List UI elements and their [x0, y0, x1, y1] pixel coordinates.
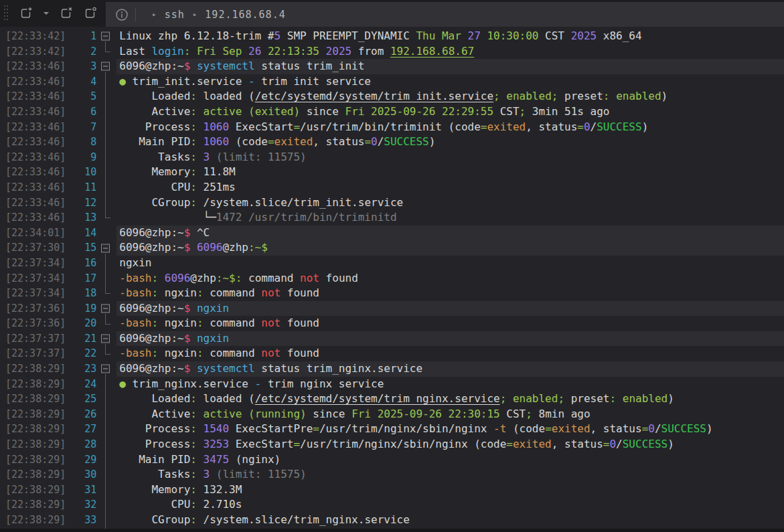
- timestamp: [22:37:34]: [0, 271, 66, 286]
- fold-marker: [96, 150, 116, 165]
- timestamp: [22:33:46]: [0, 135, 66, 150]
- line-number: 2: [66, 44, 96, 60]
- terminal-line-text: CGroup: /system.slice/trim_nginx.service: [116, 513, 784, 528]
- fold-marker: [96, 195, 116, 211]
- title-bar: ▸ ssh ▸ 192.168.68.4: [0, 0, 784, 27]
- timestamp: [22:33:46]: [0, 180, 66, 195]
- fold-marker: [96, 89, 116, 104]
- fold-marker: [96, 467, 116, 482]
- terminal-tab[interactable]: ▸ ssh ▸ 192.168.68.4: [106, 2, 784, 27]
- fold-toggle-icon[interactable]: [101, 244, 110, 252]
- fold-toggle-icon[interactable]: [101, 32, 110, 41]
- timestamp: [22:37:36]: [0, 301, 66, 317]
- timestamp: [22:33:46]: [0, 59, 66, 74]
- new-tab-icon: [19, 7, 33, 20]
- new-window-button[interactable]: [82, 5, 99, 21]
- line-number: 10: [66, 165, 96, 180]
- breadcrumb-arrow-icon: ▸: [152, 10, 157, 19]
- terminal-line: [22:37:36]196096@zhp:~$ ngxin: [0, 301, 784, 317]
- line-number: 17: [66, 271, 96, 286]
- terminal-line: [22:38:29]236096@zhp:~$ systemctl status…: [0, 361, 784, 377]
- fold-toggle-icon[interactable]: [101, 365, 110, 373]
- line-number: 12: [66, 195, 96, 211]
- new-window-icon: [83, 7, 98, 20]
- fold-toggle-icon[interactable]: [101, 304, 110, 313]
- terminal-line: [22:38:29]24● trim_nginx.service - trim …: [0, 377, 784, 392]
- terminal-line: [22:34:01]146096@zhp:~$ ^C: [0, 226, 784, 241]
- terminal-line: [22:33:46]36096@zhp:~$ systemctl status …: [0, 59, 784, 74]
- terminal-line: [22:33:46]8 Main PID: 1060 (code=exited,…: [0, 135, 784, 150]
- timestamp: [22:37:30]: [0, 240, 66, 256]
- timestamp: [22:33:46]: [0, 150, 66, 165]
- terminal-line: [22:33:46]12 CGroup: /system.slice/trim_…: [0, 195, 784, 211]
- line-number: 14: [66, 226, 96, 241]
- line-number: 25: [66, 391, 96, 407]
- terminal-line: [22:38:29]25 Loaded: loaded (/etc/system…: [0, 391, 784, 407]
- timestamp: [22:34:01]: [0, 226, 66, 241]
- terminal-line-text: Tasks: 3 (limit: 11575): [116, 150, 784, 165]
- terminal-line: [22:38:29]33 CGroup: /system.slice/trim_…: [0, 513, 784, 528]
- bottom-divider: [0, 529, 784, 532]
- timestamp: [22:33:46]: [0, 74, 66, 90]
- terminal-line-text: 6096@zhp:~$ ^C: [116, 226, 784, 241]
- line-number: 1: [66, 29, 96, 44]
- line-number: 16: [66, 256, 96, 271]
- terminal-line: [22:37:34]18-bash: ngxin: command not fo…: [0, 286, 784, 301]
- terminal-line: [22:38:29]26 Active: active (running) si…: [0, 407, 784, 422]
- fold-toggle-icon[interactable]: [101, 335, 110, 343]
- terminal-line: [22:38:29]28 Process: 3253 ExecStart=/us…: [0, 437, 784, 452]
- timestamp: [22:38:29]: [0, 422, 66, 437]
- timestamp: [22:38:29]: [0, 513, 66, 528]
- tab-separator: [135, 8, 136, 21]
- drag-handle-icon[interactable]: [3, 6, 11, 21]
- terminal-line: [22:37:37]216096@zhp:~$ ngxin: [0, 331, 784, 347]
- terminal-line-text: CGroup: /system.slice/trim_init.service: [116, 195, 784, 211]
- timestamp: [22:38:29]: [0, 497, 66, 513]
- line-number: 33: [66, 513, 96, 528]
- terminal-line-text: Main PID: 1060 (code=exited, status=0/SU…: [116, 135, 784, 150]
- fold-marker: [96, 286, 116, 301]
- fold-marker: [96, 437, 116, 452]
- terminal-line: [22:33:46]5 Loaded: loaded (/etc/systemd…: [0, 89, 784, 104]
- close-tab-icon: [59, 7, 74, 20]
- terminal-line: [22:33:42]2Last login: Fri Sep 26 22:13:…: [0, 44, 784, 60]
- info-icon[interactable]: [115, 8, 129, 21]
- new-tab-button[interactable]: [17, 5, 35, 21]
- terminal-line-text: 6096@zhp:~$ systemctl status trim_nginx.…: [116, 361, 784, 377]
- fold-marker: [96, 346, 116, 361]
- terminal-line-text: Process: 3253 ExecStart=/usr/trim/nginx/…: [116, 437, 784, 452]
- terminal-line-text: Active: active (running) since Fri 2025-…: [116, 407, 784, 422]
- timestamp: [22:38:29]: [0, 467, 66, 482]
- terminal-line: [22:37:37]22-bash: ngxin: command not fo…: [0, 346, 784, 361]
- terminal-line: [22:33:46]10 Memory: 11.8M: [0, 165, 784, 180]
- terminal-line: [22:38:29]32 CPU: 2.710s: [0, 497, 784, 513]
- terminal-line-text: -bash: 6096@zhp:~$: command not found: [116, 271, 784, 286]
- line-number: 32: [66, 497, 96, 513]
- fold-marker: [96, 210, 116, 226]
- fold-marker: [96, 513, 116, 528]
- terminal-line-text: Last login: Fri Sep 26 22:13:35 2025 fro…: [116, 44, 784, 60]
- fold-marker: [96, 407, 116, 422]
- timestamp: [22:33:46]: [0, 120, 66, 135]
- line-number: 13: [66, 210, 96, 226]
- line-number: 7: [66, 120, 96, 135]
- fold-toggle-icon[interactable]: [101, 62, 110, 71]
- terminal-line: [22:38:29]31 Memory: 132.3M: [0, 482, 784, 498]
- line-number: 4: [66, 74, 96, 90]
- terminal-line-text: Main PID: 3475 (nginx): [116, 452, 784, 468]
- timestamp: [22:37:36]: [0, 316, 66, 331]
- terminal-line: [22:37:34]16ngxin: [0, 256, 784, 271]
- line-number: 31: [66, 482, 96, 498]
- fold-marker: [96, 74, 116, 90]
- timestamp: [22:33:46]: [0, 104, 66, 120]
- terminal-line: [22:33:46]7 Process: 1060 ExecStart=/usr…: [0, 120, 784, 135]
- new-tab-dropdown-button[interactable]: [42, 10, 51, 17]
- close-tab-button[interactable]: [58, 5, 75, 21]
- terminal-line: [22:33:46]9 Tasks: 3 (limit: 11575): [0, 150, 784, 165]
- terminal-line-text: 6096@zhp:~$ systemctl status trim_init: [116, 59, 784, 74]
- terminal-output[interactable]: [22:33:42]1Linux zhp 6.12.18-trim #5 SMP…: [0, 27, 784, 532]
- line-number: 30: [66, 467, 96, 482]
- timestamp: [22:33:46]: [0, 89, 66, 104]
- terminal-line-text: ● trim_nginx.service - trim nginx servic…: [116, 377, 784, 392]
- fold-marker: [96, 29, 116, 44]
